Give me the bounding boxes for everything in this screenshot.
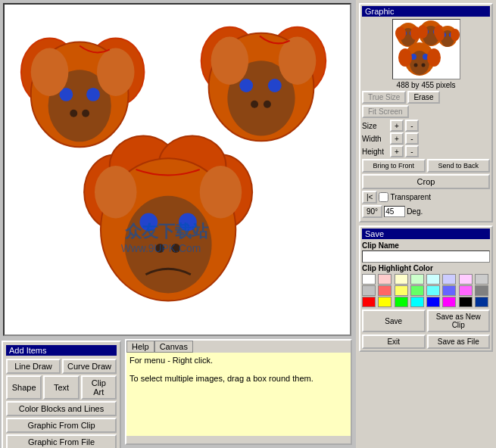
width-plus-button[interactable]: + [390,132,404,145]
save-panel: Save Clip Name Clip Highlight Color Save… [359,226,493,352]
size-plus-button[interactable]: + [390,120,404,132]
true-size-button[interactable]: True Size [362,91,406,104]
transparent-label: Transparent [379,192,431,202]
width-minus-button[interactable]: - [405,132,419,145]
color-cell[interactable] [475,285,488,296]
color-cell[interactable] [426,274,440,285]
svg-point-32 [200,166,242,218]
clip-name-label: Clip Name [362,241,490,250]
svg-point-52 [451,29,460,41]
deg-label: Deg. [407,207,423,216]
svg-point-9 [31,48,69,95]
clip-art-button[interactable]: Clip Art [81,375,117,400]
line-draw-button[interactable]: Line Draw [6,359,61,374]
help-tab[interactable]: Help [126,341,154,353]
size-label: Size [362,122,388,130]
canvas-tab[interactable]: Canvas [154,341,193,353]
color-cell[interactable] [442,285,456,296]
svg-point-7 [70,110,77,117]
color-cell[interactable] [395,274,408,285]
svg-point-10 [97,48,135,95]
width-label: Width [362,135,388,143]
save-file-button[interactable]: Save as File [427,334,491,349]
transparent-checkbox[interactable] [379,192,388,202]
graphic-dimensions: 488 by 455 pixels [362,81,490,89]
color-cell[interactable] [475,274,488,285]
crop-button[interactable]: Crop [362,174,490,189]
angle-input[interactable]: 45 [384,206,405,217]
send-to-back-button[interactable]: Send to Back [427,159,491,173]
save-title: Save [362,229,490,239]
color-cell[interactable] [410,297,424,307]
color-cell[interactable] [426,285,440,296]
svg-point-18 [264,101,271,108]
svg-point-59 [413,64,417,67]
color-cell[interactable] [459,285,473,296]
color-cell[interactable] [362,285,376,296]
svg-point-8 [82,110,89,117]
svg-point-58 [427,48,441,67]
rotate-button[interactable]: 90° [362,205,382,218]
color-cell[interactable] [362,274,376,285]
clip-name-input[interactable] [362,250,490,263]
svg-point-60 [421,64,425,67]
monkey-illustration: 众友下载站 Www.9UPK.Com [5,5,350,334]
svg-point-15 [239,79,253,92]
color-cell[interactable] [442,297,456,307]
color-cell[interactable] [459,274,473,285]
color-cell[interactable] [475,297,488,307]
flip-button[interactable]: |< [362,191,377,204]
add-items-panel: Add Items Line Draw Curve Draw Shape Tex… [2,341,121,448]
graphic-from-clip-button[interactable]: Graphic From Clip [6,418,117,433]
svg-point-17 [251,101,258,108]
svg-point-51 [435,29,445,41]
height-minus-button[interactable]: - [405,145,419,157]
color-cell[interactable] [395,297,408,307]
erase-button[interactable]: Erase [407,91,439,104]
svg-point-57 [398,48,412,67]
color-cell[interactable] [410,274,424,285]
graphic-title: Graphic [362,6,490,17]
svg-point-39 [395,26,406,40]
fit-screen-button[interactable]: Fit Screen [362,105,409,118]
size-minus-button[interactable]: - [405,120,419,132]
right-panel: Graphic [356,0,496,448]
text-button[interactable]: Text [43,375,79,400]
save-new-clip-button[interactable]: Save as New Clip [427,310,491,332]
height-plus-button[interactable]: + [390,145,404,157]
help-canvas-panel: Help Canvas For menu - Right click. To s… [125,339,352,445]
bring-to-front-button[interactable]: Bring to Front [362,159,426,173]
graphic-from-file-button[interactable]: Graphic From File [6,434,117,448]
help-content: For menu - Right click. To select multip… [126,353,351,436]
svg-point-31 [95,166,136,218]
help-line3: To select multiple images, drag a box ro… [129,374,348,383]
shape-button[interactable]: Shape [6,375,42,400]
color-cell[interactable] [362,297,376,307]
svg-point-19 [211,37,249,85]
svg-point-6 [86,88,100,101]
svg-text:众友下载站: 众友下载站 [124,222,209,241]
color-cell[interactable] [378,297,391,307]
color-cell[interactable] [378,285,391,296]
color-cell[interactable] [459,297,473,307]
svg-point-20 [279,37,317,85]
help-line1: For menu - Right click. [129,356,348,365]
save-button[interactable]: Save [362,310,426,332]
clip-highlight-label: Clip Highlight Color [362,264,490,272]
color-blocks-button[interactable]: Color Blocks and Lines [6,401,117,416]
svg-point-16 [268,79,282,92]
graphic-panel: Graphic [359,3,493,222]
color-cell[interactable] [426,297,440,307]
color-cell[interactable] [378,274,391,285]
canvas-area[interactable]: 众友下载站 Www.9UPK.Com [3,3,351,336]
main-canvas: 众友下载站 Www.9UPK.Com Add Items Line Draw C… [0,0,356,448]
height-label: Height [362,148,388,156]
exit-button[interactable]: Exit [362,334,426,349]
color-cell[interactable] [410,285,424,296]
svg-point-45 [417,25,428,39]
add-items-title: Add Items [6,345,117,356]
svg-text:Www.9UPK.Com: Www.9UPK.Com [121,242,201,254]
color-cell[interactable] [395,285,408,296]
curve-draw-button[interactable]: Curve Draw [62,359,117,374]
color-cell[interactable] [442,274,456,285]
